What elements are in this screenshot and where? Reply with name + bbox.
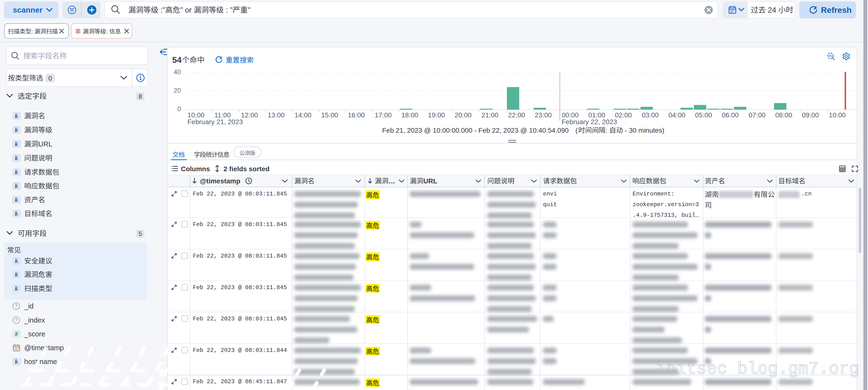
svg-text:13:00: 13:00 (268, 111, 285, 119)
svg-text:0: 0 (49, 75, 52, 82)
svg-text:22:00: 22:00 (508, 111, 525, 119)
svg-text:: ": : " (224, 6, 233, 14)
svg-text:URL: URL (38, 140, 52, 148)
svg-text:URL: URL (423, 177, 437, 185)
svg-text:…: … (389, 177, 395, 185)
svg-text:09:00: 09:00 (802, 111, 819, 119)
svg-text:5: 5 (138, 230, 142, 238)
svg-text:scanner: scanner (13, 6, 42, 14)
svg-text:0: 0 (177, 105, 181, 113)
svg-text:": " (248, 6, 250, 14)
svg-text:_id: _id (24, 302, 34, 310)
svg-text:_score: _score (24, 330, 45, 338)
svg-text:Columns: Columns (181, 165, 210, 173)
svg-text:20: 20 (174, 87, 181, 94)
svg-text:15:00: 15:00 (321, 111, 338, 119)
svg-text::: : (606, 127, 609, 134)
svg-text:(: ( (576, 127, 578, 134)
svg-text:06:00: 06:00 (722, 111, 739, 119)
svg-text:Feb 21, 2023 @ 10:00:00.000 -: Feb 21, 2023 @ 10:00:00.000 - Feb 22, 20… (382, 127, 569, 134)
svg-text:20:00: 20:00 (455, 111, 471, 119)
svg-text:54: 54 (172, 55, 182, 64)
svg-text:19:00: 19:00 (428, 111, 445, 119)
svg-text:10:00: 10:00 (829, 111, 846, 119)
svg-text:- 30 minutes): - 30 minutes) (623, 127, 664, 134)
svg-text:_index: _index (24, 316, 45, 324)
svg-text:21:00: 21:00 (482, 111, 498, 119)
svg-text:03:00: 03:00 (642, 111, 659, 119)
svg-text:17:00: 17:00 (375, 111, 392, 119)
svg-text:2 fields sorted: 2 fields sorted (223, 165, 270, 173)
svg-text:" or: " or (180, 6, 194, 14)
svg-text:?: ? (15, 317, 18, 323)
svg-text::": :" (158, 6, 165, 14)
svg-text:initsec blog.gm7.org: initsec blog.gm7.org (656, 359, 859, 379)
svg-text:@timestamp: @timestamp (200, 177, 240, 185)
svg-text::: : (106, 28, 109, 35)
svg-text:8: 8 (138, 93, 142, 100)
svg-text:18:00: 18:00 (401, 111, 418, 119)
svg-text:February 21, 2023: February 21, 2023 (187, 118, 243, 126)
svg-text:23:00: 23:00 (535, 111, 552, 119)
svg-text::: : (31, 28, 34, 35)
svg-text:05:00: 05:00 (695, 111, 712, 119)
svg-text:07:00: 07:00 (749, 111, 766, 119)
svg-text:40: 40 (174, 68, 181, 76)
svg-text:08:00: 08:00 (775, 111, 792, 119)
svg-text:16:00: 16:00 (348, 111, 365, 119)
svg-text:February 22, 2023: February 22, 2023 (562, 118, 617, 126)
svg-text:Refresh: Refresh (821, 5, 852, 15)
svg-text:04:00: 04:00 (669, 111, 685, 119)
svg-text:14:00: 14:00 (294, 111, 311, 119)
svg-text:?: ? (15, 303, 18, 308)
svg-text:24: 24 (766, 6, 778, 14)
